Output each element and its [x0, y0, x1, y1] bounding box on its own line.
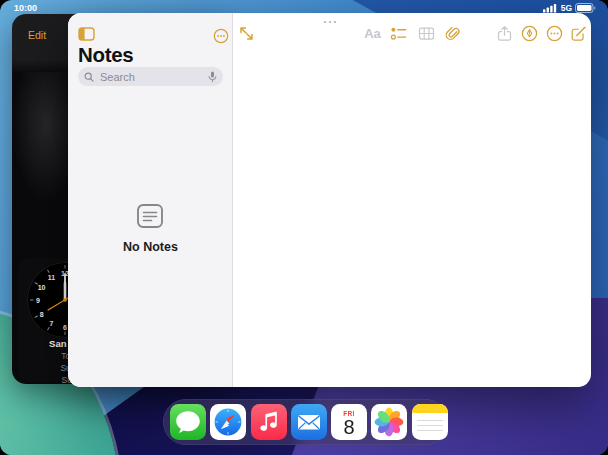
notes-icon-band: [412, 404, 448, 413]
attach-button[interactable]: [444, 25, 461, 42]
expand-note-icon[interactable]: [239, 26, 254, 41]
compose-button[interactable]: [570, 25, 587, 42]
empty-state-label: No Notes: [68, 240, 233, 254]
dock-app-messages[interactable]: [170, 404, 206, 440]
ipad-screen: Edit 12 1 2 3 4 5 6 7 8 9 10 11: [0, 0, 608, 455]
dock-app-photos[interactable]: [371, 404, 407, 440]
checklist-button[interactable]: [390, 25, 407, 42]
safari-icon: [210, 404, 246, 440]
messages-icon: [170, 404, 206, 440]
status-right-cluster: 5G: [543, 3, 596, 13]
battery-icon: [575, 3, 596, 13]
notes-app-window: Notes No Notes: [68, 13, 591, 387]
more-options-icon[interactable]: [213, 28, 229, 44]
signal-bars-icon: [543, 3, 558, 13]
edit-button[interactable]: Edit: [28, 29, 46, 41]
photos-icon: [371, 404, 407, 440]
search-icon: [84, 72, 94, 82]
dock-app-notes[interactable]: [412, 404, 448, 440]
dock-app-mail[interactable]: [291, 404, 327, 440]
format-text-button[interactable]: Aa: [364, 25, 381, 42]
status-time: 10:00: [14, 3, 37, 13]
table-button[interactable]: [418, 25, 435, 42]
music-icon: [251, 404, 287, 440]
dock-app-calendar[interactable]: FRI 8: [331, 404, 367, 440]
dock-app-music[interactable]: [251, 404, 287, 440]
network-type: 5G: [561, 3, 572, 13]
dock-app-safari[interactable]: [210, 404, 246, 440]
dock: FRI 8: [163, 399, 448, 445]
markup-button[interactable]: [521, 25, 538, 42]
toggle-sidebar-icon[interactable]: [78, 27, 95, 41]
window-controls-handle[interactable]: [317, 18, 343, 26]
note-more-button[interactable]: [546, 25, 563, 42]
world-map-art: [12, 72, 70, 202]
search-input[interactable]: [98, 70, 204, 84]
sidebar-title: Notes: [78, 43, 133, 67]
share-button[interactable]: [496, 25, 513, 42]
no-notes-icon: [136, 203, 164, 229]
mail-icon: [291, 404, 327, 440]
notes-sidebar: Notes No Notes: [68, 13, 233, 387]
dictation-mic-icon[interactable]: [208, 71, 217, 83]
calendar-day: 8: [343, 417, 354, 437]
search-field[interactable]: [78, 67, 223, 86]
